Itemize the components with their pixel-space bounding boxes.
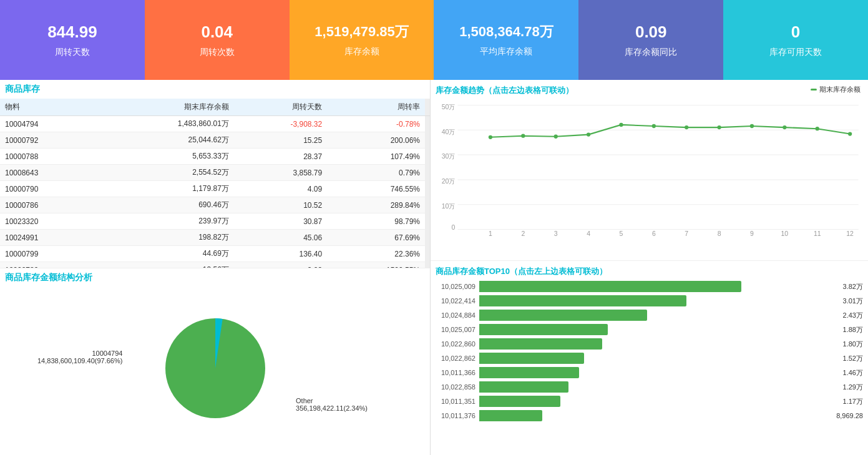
pie-label-main: 10004794 14,838,600,109.40(97.66%) xyxy=(37,350,122,364)
bar-fill xyxy=(479,396,560,407)
bar-label: 10,011,376 xyxy=(436,412,479,419)
svg-text:20万: 20万 xyxy=(442,178,456,185)
line-point-12 xyxy=(848,132,852,135)
svg-text:6: 6 xyxy=(652,230,656,236)
svg-text:0: 0 xyxy=(452,224,456,231)
left-panel: 商品库存 物料 期末库存余额 周转天数 周转率 10004794 1,483,8… xyxy=(0,80,431,455)
cell-wuliao: 10008643 xyxy=(0,165,97,181)
bar-track xyxy=(479,338,841,350)
table-row[interactable]: 10004794 1,483,860.01万 -3,908.32 -0.78% xyxy=(0,116,430,132)
table-row[interactable]: 10000786 690.46万 10.52 289.84% xyxy=(0,197,430,213)
line-point-10 xyxy=(783,125,786,129)
bar-row: 10,022,414 3.01万 xyxy=(436,295,863,306)
bar-value: 1.52万 xyxy=(843,354,863,363)
bar-row: 10,025,009 3.82万 xyxy=(436,281,863,292)
cell-wuliao: 10000789 xyxy=(0,262,97,268)
line-point-1 xyxy=(489,135,492,139)
bar-value: 3.82万 xyxy=(843,282,863,291)
metric-value-available-days: 0 xyxy=(791,22,800,42)
right-panel: 库存金额趋势（点击左边表格可联动） 期末库存余额 50万 40万 30万 20万… xyxy=(431,80,868,455)
metric-value-avg-balance: 1,508,364.78万 xyxy=(459,22,553,41)
svg-text:50万: 50万 xyxy=(442,104,456,110)
metric-available-days: 0 库存可用天数 xyxy=(723,0,868,80)
bar-value: 1.88万 xyxy=(843,325,863,335)
metric-label-available-days: 库存可用天数 xyxy=(769,47,822,58)
svg-text:12: 12 xyxy=(846,230,854,236)
cell-wuliao: 10000788 xyxy=(0,149,97,165)
svg-text:11: 11 xyxy=(814,230,821,236)
cell-days: 4.09 xyxy=(234,181,327,197)
pie-container: 10004794 14,838,600,109.40(97.66%) Other… xyxy=(0,287,430,449)
bar-label: 10,025,007 xyxy=(436,326,479,333)
cell-rate: 289.84% xyxy=(327,197,425,213)
line-chart-section: 库存金额趋势（点击左边表格可联动） 期末库存余额 50万 40万 30万 20万… xyxy=(431,80,868,261)
table-row[interactable]: 10000789 13.56万 3.03 1500.55% xyxy=(0,262,430,268)
bar-fill xyxy=(479,367,579,378)
bar-label: 10,022,414 xyxy=(436,297,479,305)
col-balance: 期末库存余额 xyxy=(97,99,234,116)
col-wuliao: 物料 xyxy=(0,99,97,116)
bar-fill xyxy=(479,310,647,321)
cell-rate: 200.06% xyxy=(327,132,425,149)
cell-scrollbar xyxy=(425,149,430,165)
cell-balance: 1,483,860.01万 xyxy=(97,116,234,132)
bar-value: 1.17万 xyxy=(843,397,863,406)
main-content: 商品库存 物料 期末库存余额 周转天数 周转率 10004794 1,483,8… xyxy=(0,80,868,455)
bar-label: 10,011,351 xyxy=(436,398,479,405)
cell-wuliao: 10000799 xyxy=(0,246,97,262)
bar-track xyxy=(479,310,841,321)
line-point-2 xyxy=(521,134,525,138)
table-row[interactable]: 10023320 239.97万 30.87 98.79% xyxy=(0,213,430,230)
scrollbar-header xyxy=(425,99,430,116)
bar-row: 10,024,884 2.43万 xyxy=(436,310,863,321)
cell-rate: -0.78% xyxy=(327,116,425,132)
svg-text:3: 3 xyxy=(554,230,558,236)
table-row[interactable]: 10024991 198.82万 45.06 67.69% xyxy=(0,230,430,246)
bar-row: 10,022,862 1.52万 xyxy=(436,353,863,364)
cell-wuliao: 10024991 xyxy=(0,230,97,246)
inventory-table-section: 商品库存 物料 期末库存余额 周转天数 周转率 10004794 1,483,8… xyxy=(0,80,430,268)
cell-scrollbar xyxy=(425,262,430,268)
bar-fill xyxy=(479,381,568,393)
line-chart-title: 库存金额趋势（点击左边表格可联动） xyxy=(436,85,573,96)
cell-scrollbar xyxy=(425,246,430,262)
cell-rate: 746.55% xyxy=(327,181,425,197)
bar-track xyxy=(479,410,834,421)
svg-text:8: 8 xyxy=(718,230,721,236)
metric-turnover-days: 844.99 周转天数 xyxy=(0,0,145,80)
cell-days: 3.03 xyxy=(234,262,327,268)
bar-fill xyxy=(479,410,542,421)
cell-scrollbar xyxy=(425,230,430,246)
cell-scrollbar xyxy=(425,213,430,230)
bar-fill xyxy=(479,295,686,306)
table-row[interactable]: 10000790 1,179.87万 4.09 746.55% xyxy=(0,181,430,197)
metric-yoy: 0.09 库存余额同比 xyxy=(578,0,723,80)
bar-row: 10,025,007 1.88万 xyxy=(436,324,863,335)
table-row[interactable]: 10008643 2,554.52万 3,858.79 0.79% xyxy=(0,165,430,181)
cell-days: 10.52 xyxy=(234,197,327,213)
svg-text:10: 10 xyxy=(781,230,789,236)
line-point-6 xyxy=(652,124,656,128)
table-row[interactable]: 10000799 44.69万 136.40 22.36% xyxy=(0,246,430,262)
svg-text:7: 7 xyxy=(685,230,688,236)
bar-row: 10,011,366 1.46万 xyxy=(436,367,863,378)
line-point-9 xyxy=(750,124,754,128)
metric-inventory-balance: 1,519,479.85万 库存余额 xyxy=(290,0,434,80)
bar-fill xyxy=(479,338,602,350)
metric-value-turnover-days: 844.99 xyxy=(47,22,97,42)
cell-days: 30.87 xyxy=(234,213,327,230)
cell-rate: 22.36% xyxy=(327,246,425,262)
table-row[interactable]: 10000792 25,044.62万 15.25 200.06% xyxy=(0,132,430,149)
legend-dot xyxy=(811,89,817,91)
metric-value-yoy: 0.09 xyxy=(635,22,667,42)
svg-text:9: 9 xyxy=(750,230,754,236)
bar-value: 1.80万 xyxy=(843,340,863,349)
svg-text:40万: 40万 xyxy=(442,129,456,135)
svg-text:10万: 10万 xyxy=(442,203,456,210)
bar-value: 8,969.28 xyxy=(836,412,863,419)
metric-value-inventory-balance: 1,519,479.85万 xyxy=(315,22,408,41)
inventory-table: 物料 期末库存余额 周转天数 周转率 10004794 1,483,860.01… xyxy=(0,99,430,268)
cell-days: 15.25 xyxy=(234,132,327,149)
table-row[interactable]: 10000788 5,653.33万 28.37 107.49% xyxy=(0,149,430,165)
bar-chart-rows: 10,025,009 3.82万 10,022,414 3.01万 10,024… xyxy=(436,281,863,421)
